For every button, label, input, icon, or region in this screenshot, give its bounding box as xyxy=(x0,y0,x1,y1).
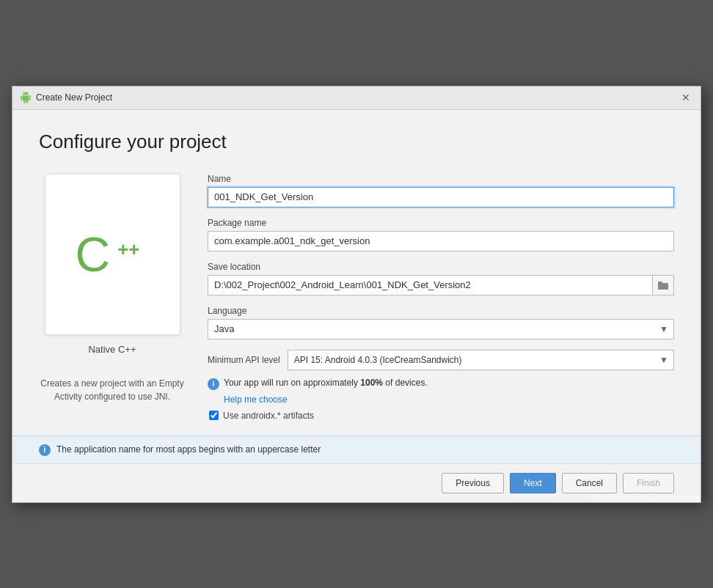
api-level-select[interactable]: API 15: Android 4.0.3 (IceCreamSandwich)… xyxy=(288,350,674,370)
save-location-wrapper xyxy=(208,275,674,295)
svg-text:++: ++ xyxy=(117,238,139,259)
name-group: Name xyxy=(208,174,674,207)
main-area: C ++ Native C++ Creates a new project wi… xyxy=(39,174,674,424)
template-preview-card: C ++ xyxy=(45,174,180,335)
name-label: Name xyxy=(208,174,674,184)
package-name-label: Package name xyxy=(208,218,674,228)
right-panel: Name Package name Save location xyxy=(208,174,674,424)
bottom-info-icon: i xyxy=(39,444,51,456)
template-name: Native C++ xyxy=(88,344,136,355)
bottom-info-text: The application name for most apps begin… xyxy=(56,444,321,455)
language-select-wrapper: Java Kotlin ▼ xyxy=(208,319,674,339)
browse-folder-button[interactable] xyxy=(652,275,674,295)
create-project-dialog: Create New Project ✕ Configure your proj… xyxy=(12,86,701,503)
androidx-checkbox[interactable] xyxy=(209,411,219,420)
svg-text:C: C xyxy=(76,227,111,281)
api-level-row: Minimum API level API 15: Android 4.0.3 … xyxy=(208,350,674,370)
title-bar: Create New Project ✕ xyxy=(12,87,701,110)
dialog-title: Create New Project xyxy=(36,92,112,103)
cpp-svg: C ++ xyxy=(72,225,153,284)
help-choose-link[interactable]: Help me choose xyxy=(224,394,674,405)
language-select[interactable]: Java Kotlin xyxy=(208,319,674,339)
language-group: Language Java Kotlin ▼ xyxy=(208,306,674,339)
previous-button[interactable]: Previous xyxy=(442,473,504,493)
info-icon: i xyxy=(208,378,219,390)
cpp-logo: C ++ xyxy=(72,225,153,284)
close-button[interactable]: ✕ xyxy=(679,91,693,104)
template-desc: Creates a new project with an Empty Acti… xyxy=(39,377,186,403)
android-icon xyxy=(20,92,32,103)
save-location-label: Save location xyxy=(208,262,674,272)
left-panel: C ++ Native C++ Creates a new project wi… xyxy=(39,174,186,424)
folder-icon xyxy=(658,281,668,290)
svg-rect-2 xyxy=(658,283,668,290)
save-location-input[interactable] xyxy=(208,275,652,295)
next-button[interactable]: Next xyxy=(510,473,556,493)
language-label: Language xyxy=(208,306,674,316)
androidx-checkbox-row: Use androidx.* artifacts xyxy=(209,411,674,421)
cancel-button[interactable]: Cancel xyxy=(562,473,617,493)
androidx-checkbox-label: Use androidx.* artifacts xyxy=(223,411,314,421)
api-level-label: Minimum API level xyxy=(208,355,280,365)
package-name-group: Package name xyxy=(208,218,674,251)
coverage-percent: 100% xyxy=(360,378,383,388)
dialog-content: Configure your project C ++ Native C+ xyxy=(12,110,701,424)
name-input[interactable] xyxy=(208,187,674,207)
watermark: https://hanshuliang.blog.csdn.net xyxy=(591,493,698,501)
device-coverage-text: Your app will run on approximately 100% … xyxy=(224,378,428,388)
page-title: Configure your project xyxy=(39,131,674,153)
package-name-input[interactable] xyxy=(208,231,674,251)
device-coverage-info: i Your app will run on approximately 100… xyxy=(208,378,674,390)
save-location-group: Save location xyxy=(208,262,674,295)
bottom-info-bar: i The application name for most apps beg… xyxy=(12,436,701,463)
finish-button[interactable]: Finish xyxy=(623,473,674,493)
title-bar-left: Create New Project xyxy=(20,92,112,103)
api-select-wrapper: API 15: Android 4.0.3 (IceCreamSandwich)… xyxy=(288,350,674,370)
svg-rect-3 xyxy=(658,282,662,284)
